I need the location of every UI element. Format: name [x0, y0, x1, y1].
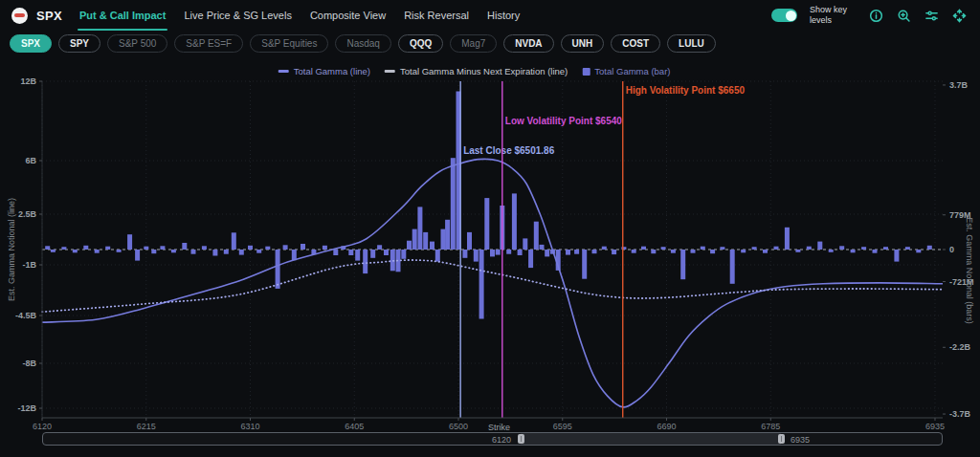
gamma-minus-next-exp-line — [42, 260, 943, 312]
ticker-pill-lulu[interactable]: LULU — [667, 34, 716, 53]
gamma-chart-container: Last Close $6501.86Low Volatility Point … — [0, 54, 980, 435]
ticker-pill-qqq[interactable]: QQQ — [398, 34, 443, 53]
tab-composite-view[interactable]: Composite View — [310, 0, 386, 31]
ticker-pill-nasdaq[interactable]: Nasdaq — [335, 34, 390, 53]
svg-text:-3.7B: -3.7B — [949, 409, 971, 419]
gamma-chart: Last Close $6501.86Low Volatility Point … — [0, 54, 980, 435]
svg-text:6690: 6690 — [657, 422, 677, 431]
svg-text:-12B: -12B — [17, 403, 36, 413]
svg-text:6215: 6215 — [137, 422, 156, 431]
range-slider-selection[interactable] — [521, 433, 781, 445]
ticker-pill-s-p-500[interactable]: S&P 500 — [107, 34, 167, 53]
range-min-label: 6120 — [492, 435, 511, 445]
legend-line-marker-icon — [385, 70, 395, 73]
svg-text:2.5B: 2.5B — [18, 209, 37, 219]
show-key-levels-label: Show key levels — [810, 5, 856, 26]
ticker-pill-spx[interactable]: SPX — [10, 34, 52, 53]
ticker-pill-unh[interactable]: UNH — [561, 34, 605, 53]
symbol-title: SPX — [36, 9, 62, 23]
svg-text:6120: 6120 — [33, 422, 52, 431]
svg-text:-8B: -8B — [22, 359, 36, 368]
svg-text:6B: 6B — [25, 156, 36, 165]
legend-item-label: Total Gamma (line) — [294, 66, 370, 76]
legend-item[interactable]: Total Gamma (bar) — [582, 66, 670, 76]
right-axis-title: Est. Gamma Notional (bars) — [965, 217, 974, 324]
svg-text:6405: 6405 — [345, 422, 364, 431]
header-controls: Show key levels — [771, 5, 967, 26]
key-level-label: Low Volatility Point $6540 — [505, 116, 623, 126]
legend-item-label: Total Gamma Minus Next Expiration (line) — [400, 66, 568, 76]
tab-history[interactable]: History — [487, 0, 520, 31]
legend-item[interactable]: Total Gamma Minus Next Expiration (line) — [385, 66, 568, 76]
legend-item-label: Total Gamma (bar) — [594, 66, 670, 76]
svg-text:6310: 6310 — [240, 422, 259, 431]
svg-text:6500: 6500 — [449, 422, 468, 431]
ticker-pill-mag7[interactable]: Mag7 — [450, 34, 497, 53]
settings-sliders-icon[interactable] — [924, 8, 939, 23]
info-icon[interactable] — [868, 8, 883, 23]
tab-risk-reversal[interactable]: Risk Reversal — [404, 0, 469, 31]
nav-tabs: Put & Call ImpactLive Price & SG LevelsC… — [79, 0, 520, 31]
strike-range-slider[interactable]: 6120 6935 — [42, 432, 943, 446]
key-level-label: High Volatility Point $6650 — [626, 85, 746, 96]
header: SPX Put & Call ImpactLive Price & SG Lev… — [0, 0, 980, 31]
key-level-label: Last Close $6501.86 — [463, 145, 554, 156]
svg-text:6595: 6595 — [553, 422, 572, 431]
ticker-pill-s-p-equities[interactable]: S&P Equities — [250, 34, 328, 53]
range-max-label: 6935 — [791, 435, 810, 445]
svg-text:-1B: -1B — [22, 260, 36, 270]
svg-text:-2.2B: -2.2B — [949, 342, 971, 352]
put-call-impact-page: SPX Put & Call ImpactLive Price & SG Lev… — [0, 0, 980, 457]
range-slider-handle-left[interactable] — [518, 434, 524, 444]
tab-live-price-sg-levels[interactable]: Live Price & SG Levels — [184, 0, 292, 31]
svg-text:-4.5B: -4.5B — [15, 311, 37, 320]
ticker-pill-nvda[interactable]: NVDA — [503, 34, 553, 53]
range-slider-handle-right[interactable] — [778, 434, 785, 444]
ticker-pill-cost[interactable]: COST — [611, 34, 660, 53]
left-axis-title: Est. Gamma Notional (line) — [7, 198, 16, 301]
tab-put-call-impact[interactable]: Put & Call Impact — [79, 0, 166, 31]
chart-legend: Total Gamma (line)Total Gamma Minus Next… — [278, 66, 671, 76]
svg-text:6785: 6785 — [761, 422, 780, 431]
zoom-icon[interactable] — [896, 8, 911, 23]
app-logo-icon — [11, 8, 28, 24]
ticker-pill-spy[interactable]: SPY — [58, 34, 100, 53]
legend-square-marker-icon — [582, 68, 590, 76]
svg-text:12B: 12B — [20, 76, 36, 86]
total-gamma-line — [42, 159, 943, 407]
ticker-pill-s-p-es-f[interactable]: S&P ES=F — [174, 34, 243, 53]
show-key-levels-toggle[interactable] — [771, 9, 797, 22]
ticker-pills: SPXSPYS&P 500S&P ES=FS&P EquitiesNasdaqQ… — [10, 32, 970, 54]
expand-icon[interactable] — [951, 8, 967, 23]
svg-text:6935: 6935 — [925, 422, 945, 431]
svg-text:3.7B: 3.7B — [949, 80, 969, 90]
svg-text:0: 0 — [949, 245, 954, 254]
legend-line-marker-icon — [278, 70, 289, 73]
x-axis-title: Strike — [488, 423, 510, 432]
left-axis-ticks: 12B6B2.5B-1B-4.5B-8B-12B — [15, 76, 42, 413]
legend-item[interactable]: Total Gamma (line) — [278, 66, 370, 76]
